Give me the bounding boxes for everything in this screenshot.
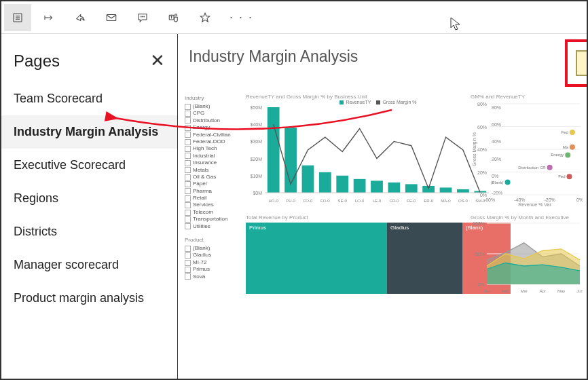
svg-text:-40%: -40% xyxy=(514,197,525,202)
page-item-industry-margin[interactable]: Industry Margin Analysis xyxy=(1,115,177,149)
scatter-chart[interactable]: GM% and RevenueTY 80%60%40%20%0%Gross Ma… xyxy=(471,94,583,209)
page-item-executive-scorecard[interactable]: Executive Scorecard xyxy=(1,149,177,182)
svg-text:Ma: Ma xyxy=(563,145,569,149)
treemap-tile[interactable]: Gladius xyxy=(387,223,462,294)
pages-panel: Pages ✕ Team Scorecard Industry Margin A… xyxy=(1,34,178,379)
pages-panel-title: Pages xyxy=(14,52,60,71)
svg-text:Feb: Feb xyxy=(502,289,509,293)
industry-option[interactable]: Pharma xyxy=(185,188,239,195)
industry-option[interactable]: Utilities xyxy=(185,223,239,230)
industry-option[interactable]: (Blank) xyxy=(185,103,239,110)
svg-text:(Blank): (Blank) xyxy=(491,180,504,185)
industry-option[interactable]: Industrial xyxy=(185,153,239,159)
svg-text:Jan: Jan xyxy=(483,289,490,293)
svg-text:Revenue % Var: Revenue % Var xyxy=(518,202,551,207)
svg-text:$0M: $0M xyxy=(253,191,262,195)
svg-text:-60%: -60% xyxy=(484,197,495,202)
svg-marker-12 xyxy=(200,13,210,22)
mail-icon[interactable] xyxy=(98,4,125,31)
pages-panel-toggle[interactable] xyxy=(4,4,31,31)
svg-text:Energy: Energy xyxy=(551,153,564,157)
svg-rect-29 xyxy=(336,176,348,193)
industry-option[interactable]: Energy xyxy=(185,124,239,131)
svg-text:LO-0: LO-0 xyxy=(355,199,365,203)
page-item-districts[interactable]: Districts xyxy=(1,215,177,248)
svg-text:LE-0: LE-0 xyxy=(373,199,382,203)
product-option[interactable]: (Blank) xyxy=(185,245,239,252)
close-icon[interactable]: ✕ xyxy=(150,50,165,71)
product-option[interactable]: Sova xyxy=(185,273,239,280)
svg-text:ER-0: ER-0 xyxy=(424,199,433,203)
svg-rect-35 xyxy=(440,187,452,193)
share-icon[interactable] xyxy=(67,4,94,31)
svg-text:Mar: Mar xyxy=(521,289,528,293)
chat-icon[interactable] xyxy=(129,4,156,31)
filter-panel: Industry (Blank)CPGDistributionEnergyFed… xyxy=(185,95,239,287)
page-item-regions[interactable]: Regions xyxy=(1,182,177,215)
industry-option[interactable]: Federal-DOD xyxy=(185,138,239,145)
teams-icon[interactable] xyxy=(160,4,187,31)
industry-option[interactable]: Paper xyxy=(185,180,239,187)
industry-slicer[interactable]: Industry (Blank)CPGDistributionEnergyFed… xyxy=(185,95,239,230)
svg-point-72 xyxy=(565,152,570,157)
svg-text:HO-0: HO-0 xyxy=(269,199,279,203)
svg-text:0%: 0% xyxy=(478,282,485,287)
svg-text:40%: 40% xyxy=(477,147,487,152)
svg-rect-31 xyxy=(371,180,383,193)
svg-rect-25 xyxy=(268,107,280,193)
industry-option[interactable]: Retail xyxy=(185,195,239,202)
industry-option[interactable]: Federal-Civilian xyxy=(185,132,239,138)
product-option[interactable]: Gladius xyxy=(185,252,239,259)
svg-rect-28 xyxy=(319,172,331,193)
industry-option[interactable]: Distribution xyxy=(185,117,239,124)
page-item-product-margin[interactable]: Product margin analysis xyxy=(1,282,177,315)
product-slicer[interactable]: Product (Blank)GladiusMI-72PrimusSova xyxy=(185,237,239,280)
scatter-chart-title: GM% and RevenueTY xyxy=(471,94,583,100)
svg-text:Fed: Fed xyxy=(558,174,565,178)
page-list: Team Scorecard Industry Margin Analysis … xyxy=(1,82,177,315)
industry-option[interactable]: Telecom xyxy=(185,209,239,216)
svg-text:-20%: -20% xyxy=(544,197,555,202)
industry-option[interactable]: Services xyxy=(185,202,239,208)
svg-text:$20M: $20M xyxy=(250,157,262,162)
svg-point-78 xyxy=(505,180,511,185)
industry-option[interactable]: High Tech xyxy=(185,145,239,152)
svg-text:60%: 60% xyxy=(477,125,487,130)
svg-text:Gross Margin %: Gross Margin % xyxy=(472,132,477,166)
page-item-team-scorecard[interactable]: Team Scorecard xyxy=(1,82,177,115)
svg-point-7 xyxy=(141,16,141,17)
product-option[interactable]: MI-72 xyxy=(185,259,239,266)
industry-option[interactable]: CPG xyxy=(185,110,239,117)
svg-rect-33 xyxy=(405,184,418,193)
report-canvas: Industry Margin Analysis Team scorecard … xyxy=(178,34,587,379)
svg-text:Fed: Fed xyxy=(562,130,568,134)
team-scorecard-button[interactable]: Team scorecard xyxy=(576,50,587,76)
svg-text:May: May xyxy=(557,289,565,293)
svg-text:Apr: Apr xyxy=(540,289,546,293)
svg-rect-6 xyxy=(107,14,116,20)
svg-text:$40M: $40M xyxy=(250,122,262,127)
svg-text:0%: 0% xyxy=(576,197,583,202)
treemap-tile[interactable]: Primus xyxy=(246,223,387,294)
page-item-manager-scorecard[interactable]: Manager scorecard xyxy=(1,248,177,282)
svg-text:MA-0: MA-0 xyxy=(441,199,451,203)
area-chart-title: Gross Margin % by Month and Executive xyxy=(471,214,583,221)
svg-text:FE-0: FE-0 xyxy=(407,199,416,203)
svg-text:FO-0: FO-0 xyxy=(320,199,330,203)
export-icon[interactable] xyxy=(35,4,62,31)
industry-option[interactable]: Insurance xyxy=(185,159,239,166)
svg-text:20%: 20% xyxy=(477,170,487,175)
product-slicer-title: Product xyxy=(185,237,239,243)
report-title: Industry Margin Analysis xyxy=(189,48,580,66)
industry-option[interactable]: Metals xyxy=(185,167,239,174)
industry-option[interactable]: Oil & Gas xyxy=(185,174,239,180)
svg-point-68 xyxy=(570,130,575,135)
industry-option[interactable]: Transportation xyxy=(185,216,239,223)
star-icon[interactable] xyxy=(191,4,219,31)
product-option[interactable]: Primus xyxy=(185,266,239,273)
svg-rect-27 xyxy=(302,166,314,193)
annotation-highlight-box: Team scorecard xyxy=(565,39,587,87)
svg-text:Jun: Jun xyxy=(576,289,583,293)
area-chart[interactable]: Gross Margin % by Month and Executive 10… xyxy=(471,214,583,296)
more-options[interactable]: · · · xyxy=(223,10,260,24)
